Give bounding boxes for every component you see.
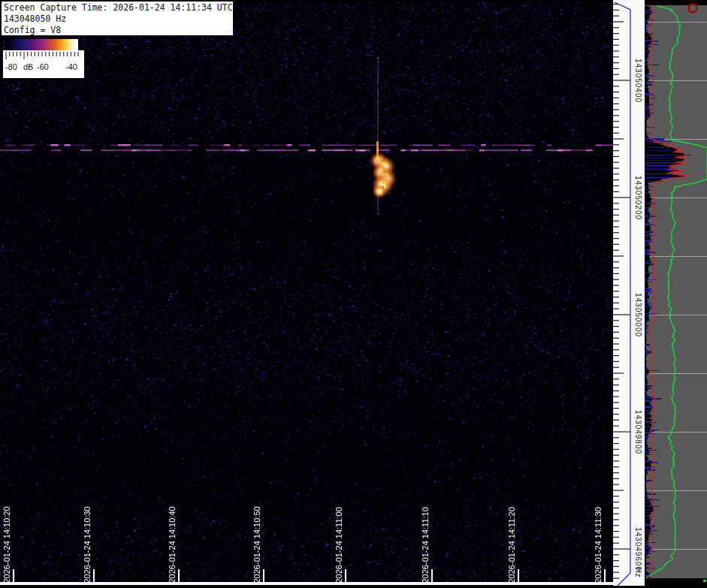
color-scale-gradient xyxy=(5,39,78,50)
time-tick-mark xyxy=(178,569,180,582)
center-frequency-text: 143048050 Hz xyxy=(4,14,231,25)
config-text: Config = V8 xyxy=(4,25,231,36)
color-scale-ruler: -80dB-60-40 xyxy=(3,50,84,78)
time-tick-mark xyxy=(13,569,14,582)
color-scale-label: -80 xyxy=(5,62,17,71)
color-scale-label: dB xyxy=(23,62,33,71)
frequency-label: 143050400 xyxy=(633,44,643,119)
color-scale-label: -60 xyxy=(37,62,49,71)
time-label: 2026-01-24 14:10:30 xyxy=(82,485,92,583)
color-scale-label: -40 xyxy=(65,62,77,71)
time-label: 2026-01-24 14:11:00 xyxy=(334,485,343,583)
frequency-label: 143050200 xyxy=(633,161,643,236)
time-tick-mark xyxy=(518,569,519,582)
spectrum-side-panel xyxy=(645,0,707,588)
time-label: 2026-01-24 14:10:20 xyxy=(2,485,11,583)
capture-info-box: Screen Capture Time: 2026-01-24 14:11:34… xyxy=(2,2,233,35)
time-tick-mark xyxy=(345,569,346,582)
frequency-unit-label: Hz xyxy=(633,535,643,588)
capture-time-text: Screen Capture Time: 2026-01-24 14:11:34… xyxy=(4,2,231,14)
color-scale-labels: -80dB-60-40 xyxy=(3,60,84,75)
time-label: 2026-01-24 14:11:30 xyxy=(593,485,603,583)
time-tick-mark xyxy=(93,569,95,582)
color-scale-ticks xyxy=(3,52,84,60)
screen-capture-window: Screen Capture Time: 2026-01-24 14:11:34… xyxy=(0,0,707,588)
time-tick-mark xyxy=(431,569,433,582)
time-label: 2026-01-24 14:10:50 xyxy=(252,485,261,583)
frequency-label: 143050000 xyxy=(633,278,643,353)
frequency-label: 143049800 xyxy=(633,395,643,470)
time-tick-mark xyxy=(604,569,606,582)
time-tick-mark xyxy=(263,569,264,582)
time-label: 2026-01-24 14:11:10 xyxy=(420,485,430,583)
time-label: 2026-01-24 14:11:20 xyxy=(506,485,516,583)
time-label: 2026-01-24 14:10:40 xyxy=(167,485,177,583)
